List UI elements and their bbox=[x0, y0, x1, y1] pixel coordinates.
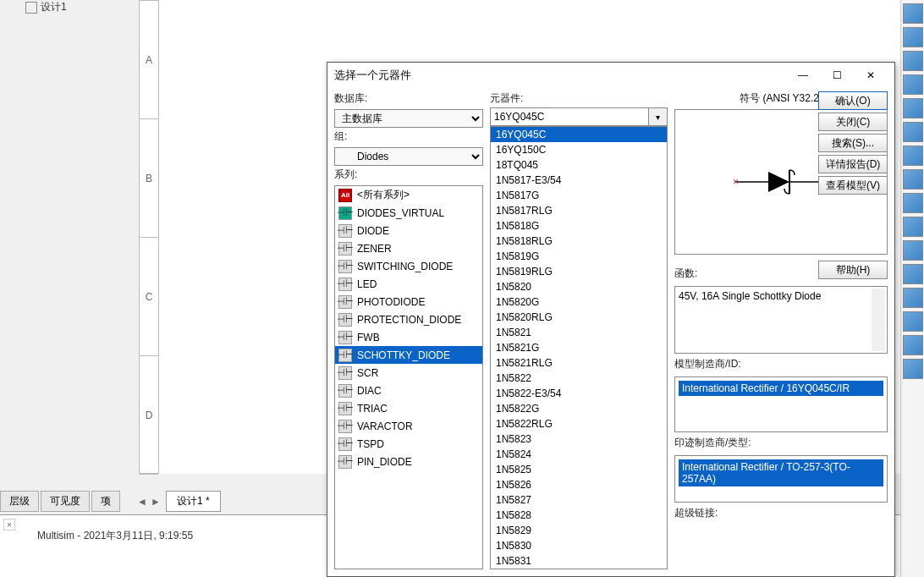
component-item[interactable]: 1N5818RLG bbox=[491, 234, 667, 249]
close-dialog-button[interactable]: 关闭(C) bbox=[818, 113, 888, 131]
ok-button[interactable]: 确认(O) bbox=[818, 91, 888, 110]
right-toolbar bbox=[900, 0, 924, 577]
doc-tab-prev[interactable]: ◄ bbox=[135, 493, 149, 510]
component-item[interactable]: 1N5817G bbox=[491, 188, 667, 203]
component-item[interactable]: 1N5821G bbox=[491, 340, 667, 355]
tool-btn[interactable] bbox=[903, 288, 923, 308]
tool-btn[interactable] bbox=[903, 264, 923, 284]
component-item[interactable]: 1N5831 bbox=[491, 553, 667, 569]
component-item[interactable]: 1N5828 bbox=[491, 508, 667, 523]
series-item-label: PROTECTION_DIODE bbox=[357, 314, 461, 326]
component-item[interactable]: 1N5819RLG bbox=[491, 264, 667, 279]
tool-btn[interactable] bbox=[903, 217, 923, 237]
tool-btn[interactable] bbox=[903, 240, 923, 261]
database-combo[interactable]: 主数据库 bbox=[334, 109, 483, 128]
component-item[interactable]: 1N5830 bbox=[491, 538, 667, 553]
component-item[interactable]: 1N5822G bbox=[491, 401, 667, 416]
series-item-label: FWB bbox=[357, 332, 380, 343]
tool-btn[interactable] bbox=[903, 74, 923, 95]
component-list[interactable]: 16YQ045C16YQ150C18TQ0451N5817-E3/541N581… bbox=[490, 126, 668, 569]
component-item[interactable]: 1N5822-E3/54 bbox=[491, 386, 667, 401]
component-item[interactable]: 1N5820 bbox=[491, 279, 667, 294]
diode-icon: ⊣⊢ bbox=[338, 206, 352, 220]
component-item[interactable]: 1N5829 bbox=[491, 523, 667, 538]
component-item[interactable]: 16YQ150C bbox=[491, 142, 667, 157]
tool-btn[interactable] bbox=[903, 335, 923, 355]
component-item[interactable]: 1N5818G bbox=[491, 218, 667, 234]
doc-tab-design1[interactable]: 设计1 * bbox=[166, 491, 221, 512]
doc-tab-next[interactable]: ► bbox=[149, 493, 162, 510]
component-item[interactable]: 1N5817RLG bbox=[491, 203, 667, 218]
tool-btn[interactable] bbox=[903, 3, 923, 24]
view-model-button[interactable]: 查看模型(V) bbox=[818, 176, 888, 195]
component-item[interactable]: 1N5821 bbox=[491, 325, 667, 340]
tab-project[interactable]: 项 bbox=[91, 491, 120, 512]
function-box[interactable]: 45V, 16A Single Schottky Diode bbox=[674, 286, 888, 354]
series-item[interactable]: All<所有系列> bbox=[335, 186, 482, 204]
component-item[interactable]: 1N5822 bbox=[491, 371, 667, 386]
component-item[interactable]: 18TQ045 bbox=[491, 157, 667, 173]
tab-visibility[interactable]: 可见度 bbox=[41, 491, 90, 512]
maximize-button[interactable]: ☐ bbox=[820, 63, 854, 87]
tab-hierarchy[interactable]: 层级 bbox=[0, 491, 39, 512]
series-item[interactable]: ⊣⊢TRIAC bbox=[335, 399, 482, 417]
tool-btn[interactable] bbox=[903, 146, 923, 166]
group-combo[interactable]: Diodes bbox=[334, 147, 483, 166]
series-item[interactable]: ⊣⊢DIAC bbox=[335, 382, 482, 399]
series-item-label: LED bbox=[357, 278, 377, 290]
series-item[interactable]: ⊣⊢TSPD bbox=[335, 435, 482, 453]
component-item[interactable]: 1N5824 bbox=[491, 447, 667, 462]
component-item[interactable]: 1N5826 bbox=[491, 477, 667, 492]
tool-btn[interactable] bbox=[903, 51, 923, 71]
component-item[interactable]: 1N5822RLG bbox=[491, 416, 667, 431]
series-item[interactable]: ⊣⊢SCHOTTKY_DIODE bbox=[335, 346, 482, 364]
component-item[interactable]: 1N5820G bbox=[491, 294, 667, 310]
close-icon[interactable]: × bbox=[3, 519, 15, 530]
series-item[interactable]: ⊣⊢PHOTODIODE bbox=[335, 293, 482, 310]
tool-btn[interactable] bbox=[903, 359, 923, 379]
tool-btn[interactable] bbox=[903, 193, 923, 213]
component-item[interactable]: 1N5817-E3/54 bbox=[491, 173, 667, 188]
series-item[interactable]: ⊣⊢PIN_DIODE bbox=[335, 453, 482, 470]
series-list[interactable]: All<所有系列>⊣⊢DIODES_VIRTUAL⊣⊢DIODE⊣⊢ZENER⊣… bbox=[334, 185, 483, 569]
component-input[interactable] bbox=[490, 107, 649, 126]
footprint-value[interactable]: International Rectifier / TO-257-3(TO-25… bbox=[679, 459, 883, 486]
series-item[interactable]: ⊣⊢PROTECTION_DIODE bbox=[335, 310, 482, 328]
dialog-titlebar[interactable]: 选择一个元器件 — ☐ ✕ bbox=[327, 63, 894, 88]
model-mfg-value[interactable]: International Rectifier / 16YQ045C/IR bbox=[679, 381, 883, 396]
tool-btn[interactable] bbox=[903, 122, 923, 142]
model-mfg-box[interactable]: International Rectifier / 16YQ045C/IR bbox=[674, 376, 888, 432]
component-item[interactable]: 1N5820RLG bbox=[491, 310, 667, 325]
design-tree[interactable]: 设计1 bbox=[25, 0, 67, 14]
diode-icon: ⊣⊢ bbox=[338, 455, 352, 469]
component-item[interactable]: 1N5821RLG bbox=[491, 355, 667, 371]
component-label: 元器件: bbox=[490, 91, 668, 106]
component-item[interactable]: 1N5827 bbox=[491, 492, 667, 508]
series-item[interactable]: ⊣⊢DIODE bbox=[335, 222, 482, 239]
series-item[interactable]: ⊣⊢DIODES_VIRTUAL bbox=[335, 204, 482, 222]
diode-icon: ⊣⊢ bbox=[338, 384, 352, 398]
tool-btn[interactable] bbox=[903, 169, 923, 190]
series-item[interactable]: ⊣⊢LED bbox=[335, 275, 482, 293]
detail-report-button[interactable]: 详情报告(D) bbox=[818, 155, 888, 173]
search-button[interactable]: 搜索(S)... bbox=[818, 134, 888, 152]
series-item-label: TSPD bbox=[357, 438, 384, 450]
tool-btn[interactable] bbox=[903, 311, 923, 332]
series-item[interactable]: ⊣⊢SWITCHING_DIODE bbox=[335, 257, 482, 275]
tool-btn[interactable] bbox=[903, 27, 923, 47]
series-item[interactable]: ⊣⊢FWB bbox=[335, 328, 482, 346]
help-button[interactable]: 帮助(H) bbox=[818, 261, 888, 279]
series-item[interactable]: ⊣⊢VARACTOR bbox=[335, 417, 482, 435]
component-item[interactable]: 16YQ045C bbox=[491, 127, 667, 142]
series-item[interactable]: ⊣⊢SCR bbox=[335, 364, 482, 382]
tool-btn[interactable] bbox=[903, 98, 923, 118]
filter-button[interactable]: ▾ bbox=[649, 107, 668, 126]
minimize-button[interactable]: — bbox=[786, 63, 820, 87]
close-button[interactable]: ✕ bbox=[854, 63, 888, 87]
component-item[interactable]: 1N5825 bbox=[491, 462, 667, 477]
series-item[interactable]: ⊣⊢ZENER bbox=[335, 239, 482, 257]
footprint-box[interactable]: International Rectifier / TO-257-3(TO-25… bbox=[674, 455, 888, 503]
scrollbar[interactable] bbox=[872, 288, 885, 351]
component-item[interactable]: 1N5819G bbox=[491, 249, 667, 264]
component-item[interactable]: 1N5823 bbox=[491, 431, 667, 447]
